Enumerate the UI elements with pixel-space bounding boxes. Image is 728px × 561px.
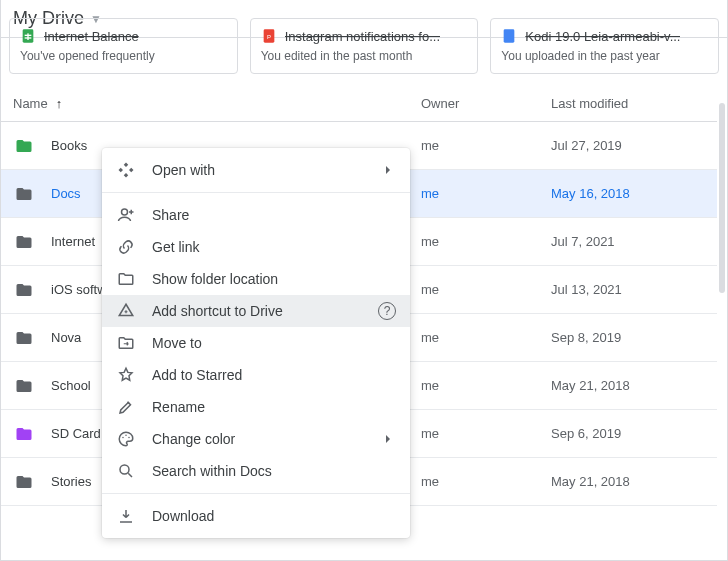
cell-owner: me [421, 234, 551, 249]
context-menu: Open with Share Get link Show folder loc… [102, 148, 410, 538]
svg-text:P: P [267, 34, 271, 40]
folder-icon [13, 377, 35, 395]
svg-point-10 [128, 437, 130, 439]
column-header-owner[interactable]: Owner [421, 96, 551, 111]
svg-rect-3 [27, 33, 28, 40]
menu-show-location[interactable]: Show folder location [102, 263, 410, 295]
cell-modified: Jul 27, 2019 [551, 138, 715, 153]
folder-icon [13, 137, 35, 155]
star-icon [116, 365, 136, 385]
file-name: Internet [51, 234, 95, 249]
quick-access-row: Internet Balance You've opened frequentl… [1, 18, 727, 86]
quick-card-sub: You edited in the past month [261, 49, 468, 63]
file-name: Books [51, 138, 87, 153]
cell-owner: me [421, 378, 551, 393]
column-header-name[interactable]: Name ↑ [13, 96, 421, 111]
quick-card-sub: You uploaded in the past year [501, 49, 708, 63]
file-name: Nova [51, 330, 81, 345]
svg-point-9 [125, 435, 127, 437]
menu-move-to[interactable]: Move to [102, 327, 410, 359]
person-add-icon [116, 205, 136, 225]
cell-modified: Sep 6, 2019 [551, 426, 715, 441]
folder-icon [13, 473, 35, 491]
svg-rect-6 [504, 29, 515, 42]
cell-owner: me [421, 138, 551, 153]
menu-open-with[interactable]: Open with [102, 154, 410, 186]
svg-point-11 [120, 465, 129, 474]
quick-card-title: Kodi 19.0 Leia-armeabi-v... [525, 29, 680, 44]
column-header-row: Name ↑ Owner Last modified [1, 86, 727, 122]
search-icon [116, 461, 136, 481]
cell-modified: May 21, 2018 [551, 474, 715, 489]
cell-modified: May 21, 2018 [551, 378, 715, 393]
menu-add-shortcut[interactable]: Add shortcut to Drive ? [102, 295, 410, 327]
menu-rename[interactable]: Rename [102, 391, 410, 423]
pencil-icon [116, 397, 136, 417]
file-icon [501, 28, 517, 44]
quick-card[interactable]: Internet Balance You've opened frequentl… [9, 18, 238, 74]
palette-icon [116, 429, 136, 449]
cell-modified: May 16, 2018 [551, 186, 715, 201]
file-name: Docs [51, 186, 81, 201]
file-name: Stories [51, 474, 91, 489]
folder-icon [13, 425, 35, 443]
open-with-icon [116, 160, 136, 180]
pdf-icon: P [261, 28, 277, 44]
cell-owner: me [421, 186, 551, 201]
folder-icon [13, 233, 35, 251]
chevron-right-icon [380, 162, 396, 178]
link-icon [116, 237, 136, 257]
menu-separator [102, 192, 410, 193]
quick-card[interactable]: Kodi 19.0 Leia-armeabi-v... You uploaded… [490, 18, 719, 74]
quick-card[interactable]: P Instagram notifications fo... You edit… [250, 18, 479, 74]
cell-modified: Jul 13, 2021 [551, 282, 715, 297]
menu-download[interactable]: Download [102, 500, 410, 532]
quick-card-title: Instagram notifications fo... [285, 29, 440, 44]
scrollbar-thumb[interactable] [719, 103, 725, 293]
svg-point-7 [122, 209, 128, 215]
column-header-modified[interactable]: Last modified [551, 96, 715, 111]
folder-icon [13, 281, 35, 299]
cell-modified: Jul 7, 2021 [551, 234, 715, 249]
quick-card-sub: You've opened frequently [20, 49, 227, 63]
svg-point-8 [122, 437, 124, 439]
download-icon [116, 506, 136, 526]
folder-icon [13, 185, 35, 203]
sort-ascending-icon: ↑ [56, 96, 63, 111]
menu-get-link[interactable]: Get link [102, 231, 410, 263]
menu-change-color[interactable]: Change color [102, 423, 410, 455]
cell-owner: me [421, 474, 551, 489]
menu-separator [102, 493, 410, 494]
cell-owner: me [421, 282, 551, 297]
sheets-icon [20, 28, 36, 44]
quick-card-title: Internet Balance [44, 29, 139, 44]
add-shortcut-icon [116, 301, 136, 321]
chevron-right-icon [380, 431, 396, 447]
move-to-icon [116, 333, 136, 353]
menu-share[interactable]: Share [102, 199, 410, 231]
cell-owner: me [421, 330, 551, 345]
cell-owner: me [421, 426, 551, 441]
scrollbar-track[interactable] [717, 103, 727, 553]
menu-search-within[interactable]: Search within Docs [102, 455, 410, 487]
menu-add-starred[interactable]: Add to Starred [102, 359, 410, 391]
help-icon[interactable]: ? [378, 302, 396, 320]
cell-modified: Sep 8, 2019 [551, 330, 715, 345]
file-name: School [51, 378, 91, 393]
folder-outline-icon [116, 269, 136, 289]
file-name: SD Card [51, 426, 101, 441]
folder-icon [13, 329, 35, 347]
